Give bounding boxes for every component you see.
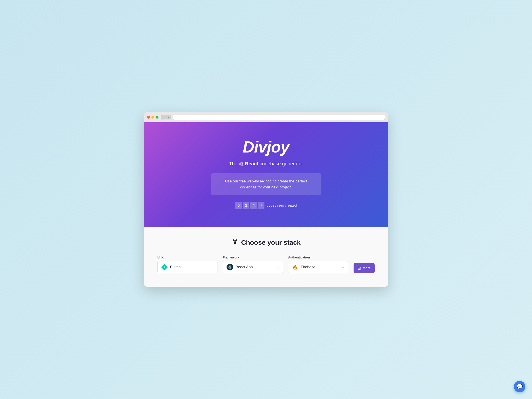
stack-title: Choose your stack <box>157 238 375 247</box>
framework-column: Framework React App ⌄ <box>223 256 283 273</box>
framework-chevron: ⌄ <box>276 265 279 269</box>
counter-row: 6 2 4 7 codebases created <box>149 202 383 209</box>
url-bar[interactable] <box>173 115 385 120</box>
auth-dropdown[interactable]: 🔥 Firebase ⌄ <box>288 261 348 273</box>
svg-point-3 <box>241 164 242 165</box>
chat-icon: 💬 <box>517 384 523 389</box>
stack-section: Choose your stack UI Kit ♦ Bulma ⌄ Frame… <box>144 227 388 287</box>
hero-section: Divjoy The React codebase generator Use … <box>144 122 388 227</box>
maximize-button[interactable] <box>156 116 158 119</box>
more-icon: ⊞ <box>358 266 361 271</box>
framework-value: React App <box>235 265 274 269</box>
hero-subtitle: The React codebase generator <box>149 161 383 167</box>
more-button[interactable]: ⊞ More <box>354 263 375 273</box>
minimize-button[interactable] <box>151 116 154 119</box>
back-button[interactable]: ‹ <box>161 115 165 120</box>
auth-column: Authentication 🔥 Firebase ⌄ <box>288 256 348 273</box>
close-button[interactable] <box>147 116 150 119</box>
more-label: More <box>363 266 371 270</box>
uikit-column: UI Kit ♦ Bulma ⌄ <box>157 256 217 273</box>
stack-icon <box>231 238 239 247</box>
nav-buttons: ‹ › <box>161 115 171 120</box>
firebase-icon: 🔥 <box>292 264 298 270</box>
chat-fab[interactable]: 💬 <box>514 381 525 392</box>
svg-point-13 <box>230 267 230 267</box>
uikit-chevron: ⌄ <box>211 265 214 269</box>
browser-chrome: ‹ › <box>144 112 388 122</box>
browser-window: ‹ › Divjoy The React codebase generator … <box>144 112 388 287</box>
counter-label: codebases created <box>267 203 297 208</box>
digit-3: 4 <box>250 202 257 209</box>
stack-columns: UI Kit ♦ Bulma ⌄ Framework <box>157 256 375 273</box>
react-app-icon <box>227 264 233 270</box>
hero-title: Divjoy <box>149 138 383 156</box>
bulma-icon: ♦ <box>161 264 168 270</box>
auth-value: Firebase <box>301 265 340 269</box>
digit-2: 2 <box>243 202 249 209</box>
forward-button[interactable]: › <box>166 115 171 120</box>
hero-description: Use our free web-based tool to create th… <box>211 173 321 195</box>
digits-group: 6 2 4 7 <box>235 202 265 209</box>
auth-label: Authentication <box>288 256 348 259</box>
traffic-lights <box>147 116 158 119</box>
more-column: ⊞ More <box>354 256 375 273</box>
auth-chevron: ⌄ <box>342 265 344 269</box>
framework-dropdown[interactable]: React App ⌄ <box>223 261 283 273</box>
uikit-dropdown[interactable]: ♦ Bulma ⌄ <box>157 261 217 273</box>
digit-1: 6 <box>235 202 242 209</box>
digit-4: 7 <box>258 202 265 209</box>
framework-label: Framework <box>223 256 283 259</box>
react-icon <box>239 162 244 166</box>
uikit-value: Bulma <box>170 265 209 269</box>
uikit-label: UI Kit <box>157 256 217 259</box>
